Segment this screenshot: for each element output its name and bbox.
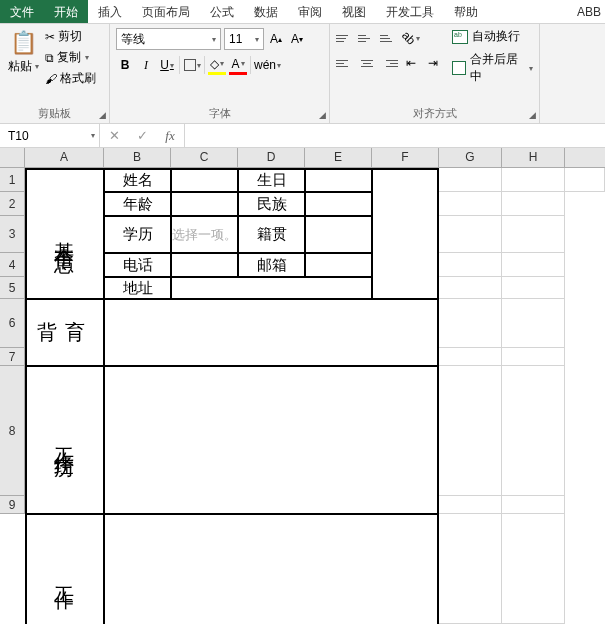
cell-native-place-value[interactable] — [305, 216, 372, 253]
fill-color-button[interactable]: ◇▾ — [208, 55, 226, 75]
cell[interactable] — [502, 277, 565, 299]
cell-ethnicity-label[interactable]: 民族 — [238, 192, 305, 216]
underline-button[interactable]: U▾ — [158, 55, 176, 75]
cell-section-basic-info[interactable]: 基本信息 — [25, 168, 104, 299]
tab-file[interactable]: 文件 — [0, 0, 44, 23]
cell[interactable] — [502, 348, 565, 366]
col-header-a[interactable]: A — [25, 148, 104, 167]
tab-abb[interactable]: ABB — [567, 0, 605, 23]
align-right-button[interactable] — [380, 54, 398, 72]
row-header-9[interactable]: 9 — [0, 496, 25, 514]
cell[interactable] — [439, 366, 502, 496]
cell[interactable] — [439, 348, 502, 366]
cell-name-value[interactable] — [171, 168, 238, 192]
worksheet[interactable]: A B C D E F G H 1 2 3 4 5 6 7 8 9 基本信息 姓… — [0, 148, 605, 624]
formula-input[interactable] — [185, 124, 605, 147]
cell-name-label[interactable]: 姓名 — [104, 168, 171, 192]
cell-native-place-label[interactable]: 籍贯 — [238, 216, 305, 253]
decrease-indent-button[interactable]: ⇤ — [402, 53, 420, 73]
cell-ethnicity-value[interactable] — [305, 192, 372, 216]
cell-birthday-value[interactable] — [305, 168, 372, 192]
cell[interactable] — [439, 514, 502, 624]
select-all-corner[interactable] — [0, 148, 25, 167]
col-header-d[interactable]: D — [238, 148, 305, 167]
col-header-c[interactable]: C — [171, 148, 238, 167]
tab-home[interactable]: 开始 — [44, 0, 88, 23]
cell-birthday-label[interactable]: 生日 — [238, 168, 305, 192]
row-header-7[interactable]: 7 — [0, 348, 25, 366]
align-top-button[interactable] — [336, 29, 354, 47]
cell[interactable] — [502, 514, 565, 624]
col-header-e[interactable]: E — [305, 148, 372, 167]
row-header-4[interactable]: 4 — [0, 253, 25, 277]
row-header-1[interactable]: 1 — [0, 168, 25, 192]
align-left-button[interactable] — [336, 54, 354, 72]
cancel-formula-button[interactable]: ✕ — [100, 128, 128, 143]
cell-address-value[interactable] — [171, 277, 372, 299]
tab-review[interactable]: 审阅 — [288, 0, 332, 23]
name-box[interactable]: T10▾ — [0, 124, 100, 147]
cell[interactable] — [439, 216, 502, 253]
dialog-launcher-font[interactable]: ◢ — [319, 110, 326, 120]
italic-button[interactable]: I — [137, 55, 155, 75]
tab-formulas[interactable]: 公式 — [200, 0, 244, 23]
tab-insert[interactable]: 插入 — [88, 0, 132, 23]
font-size-combo[interactable]: 11▾ — [224, 28, 264, 50]
font-color-button[interactable]: A▾ — [229, 55, 247, 75]
tab-view[interactable]: 视图 — [332, 0, 376, 23]
cell[interactable] — [439, 299, 502, 348]
cell-photo-placeholder[interactable] — [372, 168, 439, 299]
cell-email-label[interactable]: 邮箱 — [238, 253, 305, 277]
cell[interactable] — [439, 277, 502, 299]
align-middle-button[interactable] — [358, 29, 376, 47]
cell-email-value[interactable] — [305, 253, 372, 277]
row-header-2[interactable]: 2 — [0, 192, 25, 216]
row-header-8[interactable]: 8 — [0, 366, 25, 496]
tab-data[interactable]: 数据 — [244, 0, 288, 23]
decrease-font-button[interactable]: A▾ — [288, 29, 306, 49]
row-header-6[interactable]: 6 — [0, 299, 25, 348]
cell-edu-bg-content[interactable] — [104, 299, 439, 366]
format-painter-button[interactable]: 🖌格式刷 — [45, 70, 96, 87]
cell[interactable] — [502, 216, 565, 253]
cell[interactable] — [502, 496, 565, 514]
insert-function-button[interactable]: fx — [156, 128, 184, 144]
col-header-f[interactable]: F — [372, 148, 439, 167]
paste-button[interactable]: 📋 粘贴▾ — [6, 28, 41, 87]
dialog-launcher-alignment[interactable]: ◢ — [529, 110, 536, 120]
copy-button[interactable]: ⧉复制▾ — [45, 49, 96, 66]
col-header-g[interactable]: G — [439, 148, 502, 167]
increase-font-button[interactable]: A▴ — [267, 29, 285, 49]
cell-address-label[interactable]: 地址 — [104, 277, 171, 299]
cell[interactable] — [502, 253, 565, 277]
col-header-b[interactable]: B — [104, 148, 171, 167]
cell-education-value[interactable]: 选择一项。 — [171, 216, 238, 253]
cell[interactable] — [502, 168, 565, 192]
cell[interactable] — [439, 192, 502, 216]
row-header-5[interactable]: 5 — [0, 277, 25, 299]
cut-button[interactable]: ✂剪切 — [45, 28, 96, 45]
cell-age-label[interactable]: 年龄 — [104, 192, 171, 216]
cell-phone-label[interactable]: 电话 — [104, 253, 171, 277]
cell-education-label[interactable]: 学历 — [104, 216, 171, 253]
merge-center-button[interactable]: 合并后居中▾ — [452, 51, 533, 85]
cell-section-work-2[interactable]: 工作 — [25, 514, 104, 624]
increase-indent-button[interactable]: ⇥ — [424, 53, 442, 73]
align-center-button[interactable] — [358, 54, 376, 72]
font-name-combo[interactable]: 等线▾ — [116, 28, 221, 50]
align-bottom-button[interactable] — [380, 29, 398, 47]
cell[interactable] — [502, 299, 565, 348]
border-button[interactable]: ▾ — [183, 55, 201, 75]
cell-phone-value[interactable] — [171, 253, 238, 277]
cell-work-exp-content[interactable] — [104, 366, 439, 514]
cell[interactable] — [565, 168, 605, 192]
cell[interactable] — [439, 496, 502, 514]
row-header-3[interactable]: 3 — [0, 216, 25, 253]
cell[interactable] — [439, 253, 502, 277]
tab-page-layout[interactable]: 页面布局 — [132, 0, 200, 23]
cell-work-2-content[interactable] — [104, 514, 439, 624]
cell[interactable] — [502, 192, 565, 216]
enter-formula-button[interactable]: ✓ — [128, 128, 156, 143]
tab-developer[interactable]: 开发工具 — [376, 0, 444, 23]
col-header-h[interactable]: H — [502, 148, 565, 167]
